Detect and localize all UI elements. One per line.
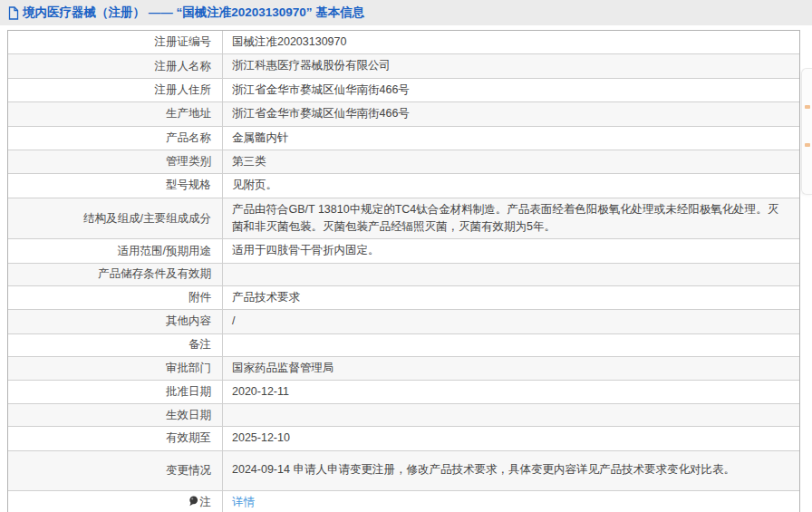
row-value: 详情 — [223, 491, 799, 512]
document-icon — [7, 6, 19, 20]
row-value: 国家药品监督管理局 — [223, 357, 799, 380]
table-row: 有效期至 2025-12-10 — [8, 426, 799, 449]
row-value-text: 2024-09-14 申请人申请变更注册，修改产品技术要求，具体变更内容详见产品… — [232, 461, 735, 478]
row-value-text: / — [232, 313, 235, 330]
row-label: 产品储存条件及有效期 — [8, 264, 223, 285]
table-row: 注册证编号 国械注准20203130970 — [8, 31, 799, 53]
row-label: 适用范围/预期用途 — [8, 239, 223, 262]
row-value-text: 国家药品监督管理局 — [232, 360, 334, 377]
row-label: 生产地址 — [8, 102, 223, 125]
row-label: 注册证编号 — [8, 31, 223, 53]
row-label-text: 注册证编号 — [155, 34, 212, 50]
row-value-text: 产品由符合GB/T 13810中规定的TC4钛合金材料制造。产品表面经着色阳极氧… — [232, 201, 787, 237]
row-label-text: 生产地址 — [166, 106, 211, 121]
row-label: 注 — [8, 491, 223, 512]
page-title-text: 境内医疗器械（注册） —— “国械注准20203130970” 基本信息 — [23, 5, 364, 21]
row-label-text: 注册人名称 — [155, 59, 212, 74]
row-value: 浙江省金华市婺城区仙华南街466号 — [223, 79, 799, 101]
row-value: 金属髓内针 — [223, 127, 799, 150]
row-label: 有效期至 — [8, 427, 223, 449]
row-label-text: 有效期至 — [166, 430, 211, 446]
table-row: 审批部门 国家药品监督管理局 — [8, 356, 799, 380]
row-value: / — [223, 310, 799, 333]
table-row: 产品储存条件及有效期 — [8, 263, 799, 285]
table-row: 管理类别 第三类 — [8, 150, 799, 173]
row-label: 产品名称 — [8, 127, 223, 150]
row-label-text: 附件 — [188, 290, 211, 305]
row-value: 2020-12-11 — [223, 381, 799, 403]
row-value-text: 国械注准20203130970 — [232, 34, 346, 51]
row-label: 注册人住所 — [8, 79, 223, 101]
row-label-text: 生效日期 — [166, 408, 211, 423]
row-label: 审批部门 — [8, 357, 223, 380]
table-row: 变更情况 2024-09-14 申请人申请变更注册，修改产品技术要求，具体变更内… — [8, 450, 799, 490]
row-value: 产品技术要求 — [223, 286, 799, 309]
row-value: 2025-12-10 — [223, 427, 799, 449]
table-row: 结构及组成/主要组成成分 产品由符合GB/T 13810中规定的TC4钛合金材料… — [8, 198, 799, 239]
row-value-text: 第三类 — [232, 153, 266, 170]
row-value-text: 金属髓内针 — [232, 130, 289, 147]
table-row: 适用范围/预期用途 适用于四肢骨干骨折内固定。 — [8, 238, 799, 262]
table-row: 批准日期 2020-12-11 — [8, 380, 799, 403]
row-label-text: 适用范围/预期用途 — [118, 244, 211, 259]
row-label: 生效日期 — [8, 404, 223, 426]
detail-link[interactable]: 详情 — [232, 494, 255, 511]
side-panel-mark — [805, 143, 810, 147]
row-value-text: 见附页。 — [232, 177, 277, 194]
row-value: 产品由符合GB/T 13810中规定的TC4钛合金材料制造。产品表面经着色阳极氧… — [223, 198, 799, 239]
row-label-text: 注 — [200, 495, 212, 510]
table-row: 型号规格 见附页。 — [8, 173, 799, 197]
note-balloon-icon — [188, 496, 200, 509]
row-label: 结构及组成/主要组成成分 — [8, 198, 223, 239]
row-value: 见附页。 — [223, 174, 799, 197]
table-row: 附件 产品技术要求 — [8, 285, 799, 309]
row-label-text: 备注 — [188, 337, 211, 353]
row-label: 批准日期 — [8, 381, 223, 403]
row-value-text: 2025-12-10 — [232, 430, 290, 447]
table-row: 注册人住所 浙江省金华市婺城区仙华南街466号 — [8, 78, 799, 101]
table-row: 生效日期 — [8, 403, 799, 426]
row-label: 注册人名称 — [8, 54, 223, 77]
row-value — [223, 264, 799, 285]
table-row: 其他内容 / — [8, 309, 799, 333]
row-label-text: 其他内容 — [166, 314, 211, 329]
row-value: 2024-09-14 申请人申请变更注册，修改产品技术要求，具体变更内容详见产品… — [223, 451, 799, 490]
row-value: 第三类 — [223, 150, 799, 173]
row-value: 浙江科惠医疗器械股份有限公司 — [223, 54, 799, 77]
page-title: 境内医疗器械（注册） —— “国械注准20203130970” 基本信息 — [7, 5, 364, 21]
side-panel-mark — [805, 105, 810, 109]
row-label-text: 产品储存条件及有效期 — [98, 266, 211, 282]
row-label-text: 批准日期 — [166, 384, 211, 400]
row-value: 浙江省金华市婺城区仙华南街466号 — [223, 102, 799, 125]
row-value-text: 适用于四肢骨干骨折内固定。 — [232, 242, 380, 259]
row-label: 变更情况 — [8, 451, 223, 490]
row-value: 国械注准20203130970 — [223, 31, 799, 53]
row-label-text: 管理类别 — [166, 154, 211, 169]
row-value — [223, 334, 799, 356]
row-label-text: 型号规格 — [166, 178, 211, 193]
table-row: 生产地址 浙江省金华市婺城区仙华南街466号 — [8, 101, 799, 125]
row-value-text: 浙江省金华市婺城区仙华南街466号 — [232, 105, 410, 122]
table-row: 注册人名称 浙江科惠医疗器械股份有限公司 — [8, 53, 799, 77]
table-row: 备注 — [8, 333, 799, 356]
row-label: 其他内容 — [8, 310, 223, 333]
row-value: 适用于四肢骨干骨折内固定。 — [223, 239, 799, 262]
row-label-text: 变更情况 — [166, 463, 211, 478]
side-floating-panel-sliver[interactable] — [801, 68, 812, 195]
row-value-text: 浙江科惠医疗器械股份有限公司 — [232, 57, 391, 74]
row-label: 附件 — [8, 286, 223, 309]
row-value-text: 2020-12-11 — [232, 383, 289, 401]
row-label-text: 产品名称 — [166, 130, 211, 146]
row-label: 管理类别 — [8, 150, 223, 173]
row-value-text: 产品技术要求 — [232, 289, 300, 306]
page-header-band: 境内医疗器械（注册） —— “国械注准20203130970” 基本信息 — [0, 0, 812, 25]
row-label-text: 审批部门 — [166, 361, 211, 376]
row-label: 备注 — [8, 334, 223, 356]
table-row: 注 详情 — [8, 490, 799, 512]
row-label-text: 结构及组成/主要组成成分 — [83, 211, 211, 227]
row-label: 型号规格 — [8, 174, 223, 197]
registration-info-table: 注册证编号 国械注准20203130970 注册人名称 浙江科惠医疗器械股份有限… — [7, 30, 800, 512]
row-label-text: 注册人住所 — [155, 82, 212, 98]
row-value — [223, 404, 799, 426]
row-value-text: 浙江省金华市婺城区仙华南街466号 — [232, 82, 410, 99]
